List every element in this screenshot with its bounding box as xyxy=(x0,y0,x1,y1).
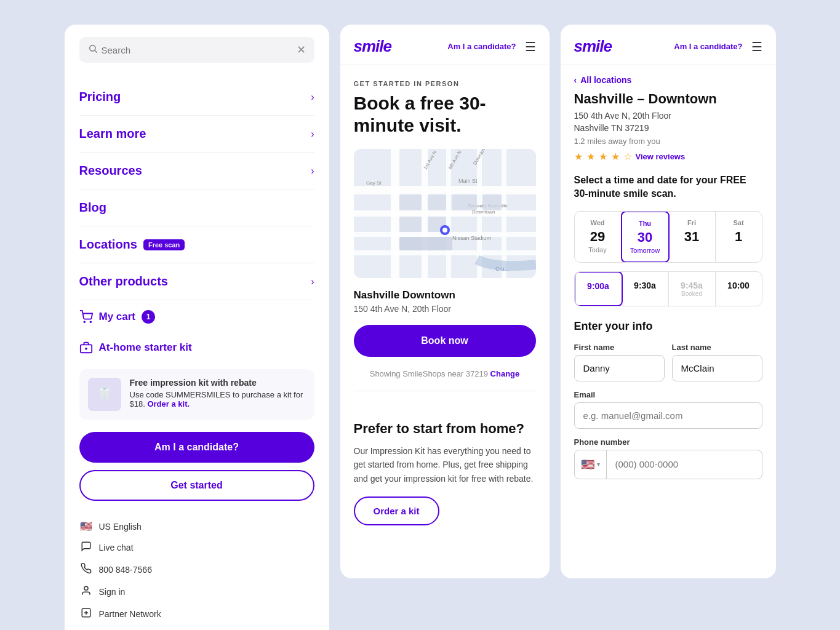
flag-icon: 🇺🇸 xyxy=(79,520,93,532)
chevron-down-icon: ▾ xyxy=(597,461,600,468)
mid-title: Book a free 30-minute visit. xyxy=(354,92,536,137)
search-icon xyxy=(88,44,98,56)
candidate-button[interactable]: Am I a candidate? xyxy=(79,432,314,463)
footer-phone[interactable]: 800 848-7566 xyxy=(79,563,314,576)
date-wed-29[interactable]: Wed 29 Today xyxy=(575,212,622,262)
right-header: smile Am I a candidate? ☰ xyxy=(561,25,776,65)
date-sat-1[interactable]: Sat 1 xyxy=(716,212,762,262)
footer-signin[interactable]: Sign in xyxy=(79,585,314,599)
back-to-locations[interactable]: ‹ All locations xyxy=(561,65,776,91)
date-day-label: Fri xyxy=(673,219,711,226)
nav-pricing-label: Pricing xyxy=(79,90,121,104)
free-scan-badge: Free scan xyxy=(143,239,185,250)
book-now-button[interactable]: Book now xyxy=(354,325,536,357)
nav-item-locations[interactable]: Locations Free scan xyxy=(79,228,314,261)
phone-input-row[interactable]: 🇺🇸 ▾ xyxy=(574,450,762,479)
showing-row: Showing SmileShops near 37219 Change xyxy=(354,369,536,391)
nav-item-resources[interactable]: Resources › xyxy=(79,154,314,188)
view-reviews-link[interactable]: View reviews xyxy=(636,152,686,161)
svg-rect-15 xyxy=(354,250,536,255)
hamburger-icon-right[interactable]: ☰ xyxy=(751,39,762,54)
mid-panel: smile Am I a candidate? ☰ GET STARTED IN… xyxy=(340,25,550,578)
nav-resources-label: Resources xyxy=(79,164,142,178)
svg-point-2 xyxy=(84,321,85,322)
date-day-label: Sat xyxy=(719,219,758,226)
flag-emoji: 🇺🇸 xyxy=(581,458,594,471)
promo-link[interactable]: Order a kit. xyxy=(147,399,190,409)
date-thu-30[interactable]: Thu 30 Tomorrow xyxy=(621,211,670,263)
cart-icon xyxy=(79,310,93,324)
svg-rect-31 xyxy=(428,194,446,210)
footer-chat[interactable]: Live chat xyxy=(79,541,314,554)
time-9am[interactable]: 9:00a xyxy=(574,271,623,306)
time-930am[interactable]: 9:30a xyxy=(622,272,669,306)
first-name-label: First name xyxy=(574,343,665,352)
smile-logo-right: smile xyxy=(574,37,612,56)
right-candidate-link[interactable]: Am I a candidate? xyxy=(674,42,742,51)
get-started-button[interactable]: Get started xyxy=(79,470,314,501)
footer-partner[interactable]: Partner Network xyxy=(79,607,314,621)
email-group: Email xyxy=(574,390,762,429)
right-panel: smile Am I a candidate? ☰ ‹ All location… xyxy=(561,25,776,578)
svg-rect-35 xyxy=(399,237,452,250)
time-selector[interactable]: 9:00a 9:30a 9:45aBooked 10:00 xyxy=(574,271,762,306)
map-container[interactable]: Main St Ramada Nashville Downtown Nissan… xyxy=(354,149,536,278)
select-time-label: Select a time and date for your FREE 30-… xyxy=(574,173,762,201)
date-selector[interactable]: Wed 29 Today Thu 30 Tomorrow Fri 31 Sat … xyxy=(574,211,762,263)
date-day-label: Thu xyxy=(626,220,665,227)
nav-blog-label: Blog xyxy=(79,201,106,215)
svg-rect-13 xyxy=(354,210,536,217)
first-name-input[interactable] xyxy=(574,355,665,381)
nav-item-other-products[interactable]: Other products › xyxy=(79,265,314,298)
chevron-icon: › xyxy=(311,276,314,287)
nav-item-pricing[interactable]: Pricing › xyxy=(79,80,314,114)
hamburger-icon[interactable]: ☰ xyxy=(525,39,536,54)
last-name-label: Last name xyxy=(672,343,762,352)
close-icon[interactable]: ✕ xyxy=(297,43,306,57)
phone-input[interactable] xyxy=(607,452,762,477)
home-kit-row[interactable]: At-home starter kit xyxy=(79,332,314,363)
map-svg: Main St Ramada Nashville Downtown Nissan… xyxy=(354,149,536,278)
chevron-icon: › xyxy=(311,129,314,140)
email-input[interactable] xyxy=(574,402,762,429)
change-link[interactable]: Change xyxy=(490,369,520,378)
nav-item-blog[interactable]: Blog xyxy=(79,191,314,225)
showing-text: Showing SmileShops near xyxy=(370,369,463,378)
back-label: All locations xyxy=(580,75,631,85)
footer-links: 🇺🇸 US English Live chat 800 848-7566 Sig… xyxy=(79,516,314,621)
date-fri-31[interactable]: Fri 31 xyxy=(669,212,716,262)
promo-title: Free impression kit with rebate xyxy=(130,378,306,388)
time-10am[interactable]: 10:00 xyxy=(716,272,762,306)
svg-point-3 xyxy=(90,321,91,322)
promo-text: Free impression kit with rebate Use code… xyxy=(130,378,306,409)
mid-header: smile Am I a candidate? ☰ xyxy=(340,25,550,65)
name-form-row: First name Last name xyxy=(574,343,762,381)
phone-label: Phone number xyxy=(574,437,762,447)
phone-flag-selector[interactable]: 🇺🇸 ▾ xyxy=(575,450,607,479)
svg-rect-29 xyxy=(399,194,422,210)
footer-language[interactable]: 🇺🇸 US English xyxy=(79,520,314,532)
svg-rect-16 xyxy=(391,149,399,278)
cart-row[interactable]: My cart 1 xyxy=(79,301,314,332)
nav-locations-label: Locations xyxy=(79,237,137,252)
svg-text:Main St: Main St xyxy=(458,178,478,184)
last-name-input[interactable] xyxy=(672,355,762,381)
home-section-title: Prefer to start from home? xyxy=(354,421,536,437)
right-content: Nashville – Downtown 150 4th Ave N, 20th… xyxy=(561,91,776,503)
nav-item-learn-more[interactable]: Learn more › xyxy=(79,117,314,151)
zip-value: 37219 xyxy=(466,369,488,378)
search-input[interactable] xyxy=(102,45,297,55)
email-label: Email xyxy=(574,390,762,399)
svg-point-37 xyxy=(442,228,447,233)
order-kit-button[interactable]: Order a kit xyxy=(354,496,439,525)
home-section-desc: Our Impression Kit has everything you ne… xyxy=(354,444,536,485)
user-icon xyxy=(79,585,93,599)
mid-candidate-link[interactable]: Am I a candidate? xyxy=(447,42,516,51)
cart-label: My cart xyxy=(99,311,136,323)
svg-rect-34 xyxy=(483,194,502,210)
kit-icon xyxy=(79,341,93,354)
mid-content: GET STARTED IN PERSON Book a free 30-min… xyxy=(340,65,550,406)
miles-away: 1.2 miles away from you xyxy=(574,137,762,146)
search-bar[interactable]: ✕ xyxy=(79,37,314,63)
star-1: ★ xyxy=(574,151,583,162)
